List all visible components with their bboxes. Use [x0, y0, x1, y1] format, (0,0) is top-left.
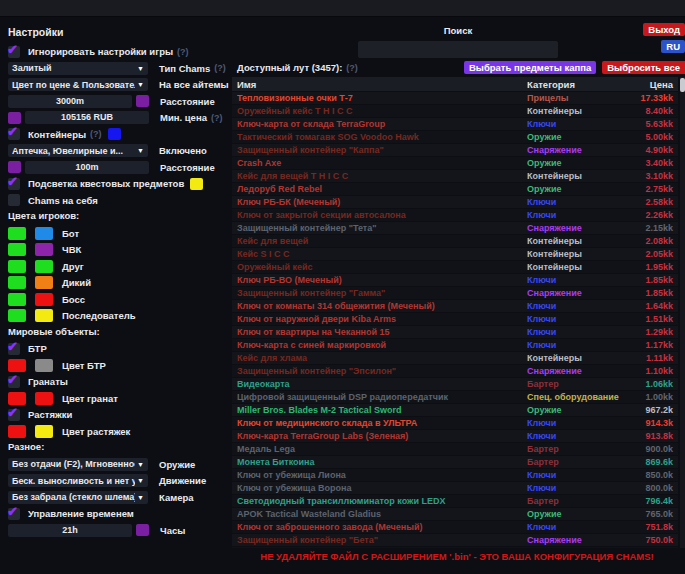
text-input[interactable]: 3000m	[8, 95, 132, 108]
item-name: Ключ-карта TerraGroup Labs (Зеленая)	[237, 431, 527, 441]
select-kappa-items-button[interactable]: Выбрать предметы каппа	[464, 61, 596, 74]
color-swatch[interactable]	[8, 112, 21, 124]
table-row[interactable]: APOK Tactical Wasteland GladiusОружие765…	[232, 508, 678, 520]
table-row[interactable]: Защищенный контейнер "Гамма"Снаряжение1.…	[232, 287, 678, 299]
table-row[interactable]: Цифровой защищенный DSP радиопередатчикС…	[232, 391, 678, 403]
table-row[interactable]: Кейс для вещей T H I C CКонтейнеры3.10kk	[232, 170, 678, 182]
color-swatch[interactable]	[8, 309, 26, 322]
column-name[interactable]: Имя	[237, 79, 527, 90]
table-row[interactable]: Miller Bros. Blades M-2 Tactical SwordОр…	[232, 404, 678, 416]
color-swatch[interactable]	[8, 293, 26, 306]
text-input[interactable]: 21h	[8, 524, 132, 537]
table-row[interactable]: Кейс S I C CКонтейнеры2.05kk	[232, 248, 678, 260]
color-swatch[interactable]	[35, 243, 53, 256]
table-row[interactable]: Защищенный контейнер "Каппа"Снаряжение4.…	[232, 144, 678, 156]
table-row[interactable]: Ключ от убежища ВоронаКлючи800.0k	[232, 482, 678, 494]
table-row[interactable]: Ключ от квартиры на Чеканной 15Ключи1.29…	[232, 326, 678, 338]
table-row[interactable]: Ледоруб Red RebelОружие2.75kk	[232, 183, 678, 195]
table-row[interactable]: Ключ от закрытой секции автосалонаКлючи2…	[232, 209, 678, 221]
color-swatch[interactable]	[8, 276, 26, 289]
help-icon[interactable]: (?)	[211, 113, 223, 123]
table-row[interactable]: Светодиодный трансиллюминатор кожи LEDXБ…	[232, 495, 678, 507]
scrollbar-thumb[interactable]	[680, 78, 685, 92]
dropdown[interactable]: Беск. выносливость и нет уста:▼	[8, 474, 148, 487]
table-row[interactable]: Ключ-карта с синей маркировкойКлючи1.17k…	[232, 339, 678, 351]
color-swatch[interactable]	[8, 260, 26, 273]
table-row[interactable]: Ключ от заброшенного завода (Меченый)Клю…	[232, 521, 678, 533]
table-row[interactable]: Ключ от комнаты 314 общежития (Меченый)К…	[232, 300, 678, 312]
checkbox[interactable]: ✔	[8, 508, 20, 520]
search-input[interactable]	[358, 41, 558, 58]
item-price: 913.8k	[623, 431, 673, 441]
color-swatch[interactable]	[8, 359, 26, 372]
table-row[interactable]: Тактический томагавк SOG Voodoo HawkОруж…	[232, 131, 678, 143]
table-row[interactable]: Оружейный кейсКонтейнеры1.95kk	[232, 261, 678, 273]
text-input[interactable]: 100m	[25, 161, 149, 174]
checkbox[interactable]: ✔	[8, 376, 20, 388]
table-row[interactable]: Ключ РБ-ВО (Меченый)Ключи1.85kk	[232, 274, 678, 286]
dropdown[interactable]: Залитый▼	[8, 62, 148, 75]
color-swatch[interactable]	[8, 392, 26, 405]
window-titlebar[interactable]	[0, 0, 685, 17]
table-row[interactable]: Кейс для вещейКонтейнеры2.08kk	[232, 235, 678, 247]
dropdown[interactable]: Без отдачи (F2), Мгновенное п▼	[8, 458, 148, 471]
item-name: Ключ от медицинского склада в УЛЬТРА	[237, 418, 527, 428]
table-row[interactable]: Тепловизионные очки Т-7Прицелы17.33kk	[232, 92, 678, 104]
color-swatch[interactable]	[35, 227, 53, 240]
scrollbar-track[interactable]	[680, 77, 685, 548]
dropdown[interactable]: Цвет по цене & Пользователь▼	[8, 78, 148, 91]
item-price: 850.0k	[623, 470, 673, 480]
color-swatch[interactable]	[136, 95, 149, 107]
table-row[interactable]: Ключ-карта от склада TerraGroupКлючи5.63…	[232, 118, 678, 130]
column-price[interactable]: Цена	[623, 79, 673, 90]
table-row[interactable]: Оружейный кейс T H I C CКонтейнеры8.40kk	[232, 105, 678, 117]
table-row[interactable]: Защищенный контейнер "Тета"Снаряжение2.1…	[232, 222, 678, 234]
color-swatch[interactable]	[136, 524, 149, 536]
table-row[interactable]: Crash AxeОружие3.40kk	[232, 157, 678, 169]
table-row[interactable]: Кейс для хламаКонтейнеры1.11kk	[232, 352, 678, 364]
language-button[interactable]: RU	[661, 40, 685, 53]
table-row[interactable]: Защищенный контейнер "Бета"Снаряжение750…	[232, 534, 678, 546]
table-row[interactable]: Медаль LegaБартер900.0k	[232, 443, 678, 455]
checkbox[interactable]	[8, 194, 20, 206]
column-category[interactable]: Категория	[527, 79, 623, 90]
color-swatch[interactable]	[35, 293, 53, 306]
table-row[interactable]	[232, 547, 678, 548]
table-row[interactable]: ВидеокартаБартер1.06kk	[232, 378, 678, 390]
item-price: 1.64kk	[623, 301, 673, 311]
checkbox[interactable]: ✔	[8, 178, 20, 190]
table-row[interactable]: Ключ-карта TerraGroup Labs (Зеленая)Ключ…	[232, 430, 678, 442]
color-swatch[interactable]	[108, 128, 121, 140]
color-swatch[interactable]	[35, 260, 53, 273]
loot-help-icon[interactable]: (?)	[346, 63, 358, 73]
color-swatch[interactable]	[8, 425, 26, 438]
color-swatch[interactable]	[190, 178, 203, 190]
color-swatch[interactable]	[35, 392, 53, 405]
color-swatch[interactable]	[8, 243, 26, 256]
color-pair-label: Босс	[62, 294, 85, 305]
table-row[interactable]: Ключ РБ-БК (Меченый)Ключи2.58kk	[232, 196, 678, 208]
help-icon[interactable]: (?)	[177, 47, 189, 57]
text-input[interactable]: 105156 RUB	[25, 111, 149, 124]
color-swatch[interactable]	[35, 276, 53, 289]
table-row[interactable]: Монета БиткоинаБартер869.6k	[232, 456, 678, 468]
color-swatch[interactable]	[35, 359, 53, 372]
checkbox[interactable]: ✔	[8, 46, 20, 58]
checkbox[interactable]: ✔	[8, 343, 20, 355]
table-row[interactable]: Защищенный контейнер "Эпсилон"Снаряжение…	[232, 365, 678, 377]
exit-button[interactable]: Выход	[643, 23, 685, 36]
color-swatch[interactable]	[35, 425, 53, 438]
color-swatch[interactable]	[8, 227, 26, 240]
table-row[interactable]: Ключ от наружной двери Kiba ArmsКлючи1.5…	[232, 313, 678, 325]
color-swatch[interactable]	[35, 309, 53, 322]
checkbox[interactable]: ✔	[8, 409, 20, 421]
checkbox[interactable]: ✔	[8, 128, 20, 140]
table-row[interactable]: Ключ от убежища ЛионаКлючи850.0k	[232, 469, 678, 481]
help-icon[interactable]: (?)	[214, 63, 226, 73]
help-icon[interactable]: (?)	[90, 129, 102, 139]
dropdown[interactable]: Аптечка, Ювелирные и...▼	[8, 144, 148, 157]
table-row[interactable]: Ключ от медицинского склада в УЛЬТРАКлюч…	[232, 417, 678, 429]
drop-all-button[interactable]: Выбросить все	[602, 61, 685, 74]
color-swatch[interactable]	[8, 161, 21, 173]
dropdown[interactable]: Без забрала (стекло шлема)▼	[8, 491, 148, 504]
